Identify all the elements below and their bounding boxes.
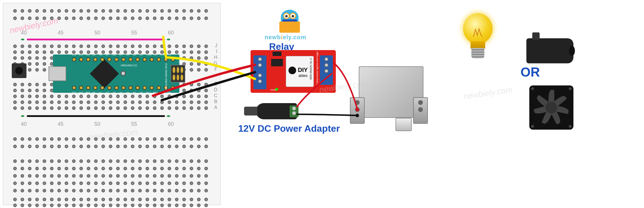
col-label: 40 bbox=[21, 121, 27, 203]
trigger-jumper bbox=[273, 52, 281, 56]
newbiely-logo-owl bbox=[278, 8, 301, 35]
pins-bot bbox=[72, 86, 175, 90]
dc-terminal bbox=[290, 105, 298, 117]
dc-power-jack bbox=[256, 103, 297, 119]
solenoid-lock bbox=[350, 66, 428, 128]
col-label: 50 bbox=[94, 121, 100, 203]
relay-cube: DIY ables SRD-05VDC-SL-C bbox=[286, 56, 314, 87]
pwr-label: PWR bbox=[271, 89, 276, 91]
icsp-header bbox=[171, 65, 185, 82]
light-bulb bbox=[460, 13, 495, 59]
model-label: ARDUINO NANO V3.0 bbox=[165, 63, 168, 90]
col-label: 55 bbox=[131, 121, 137, 203]
newbiely-logo-text: newbiely.com bbox=[265, 34, 306, 41]
relay-module: DIY ables SRD-05VDC-SL-C PWR 1 Relay Mod… bbox=[251, 50, 336, 93]
col-label: 45 bbox=[58, 121, 64, 203]
breadboard: newbiely.com newbiely.com newbiely.com /… bbox=[3, 3, 221, 205]
icsp-label: ICSP bbox=[178, 60, 185, 63]
header-text: 1 Relay Module high/low level trigger bbox=[316, 51, 318, 85]
push-button[interactable] bbox=[12, 63, 26, 78]
relay-input-terminal bbox=[253, 55, 266, 73]
dc-barrel bbox=[244, 107, 257, 115]
mcu-chip bbox=[90, 59, 119, 88]
push-button-cap bbox=[15, 67, 23, 75]
reset-button[interactable] bbox=[121, 71, 126, 76]
col-label: 60 bbox=[168, 121, 174, 203]
usb-port bbox=[49, 66, 66, 81]
pins-top bbox=[72, 57, 175, 62]
relay-input-terminal bbox=[253, 72, 266, 89]
water-pump bbox=[526, 38, 573, 63]
optocoupler bbox=[271, 59, 283, 66]
cooling-fan bbox=[529, 85, 573, 130]
arduino-nano: D12D11D10D9D8D7D6D5D4D3D2GNDRSTRX0TX1 D1… bbox=[53, 55, 179, 93]
watermark: newbiely.com bbox=[463, 85, 513, 101]
dc-adapter-label: 12V DC Power Adapter bbox=[238, 123, 340, 134]
brand-label: ARDUINO.CC bbox=[121, 64, 137, 67]
or-label: OR bbox=[520, 65, 540, 80]
relay-output-terminal bbox=[320, 55, 333, 85]
